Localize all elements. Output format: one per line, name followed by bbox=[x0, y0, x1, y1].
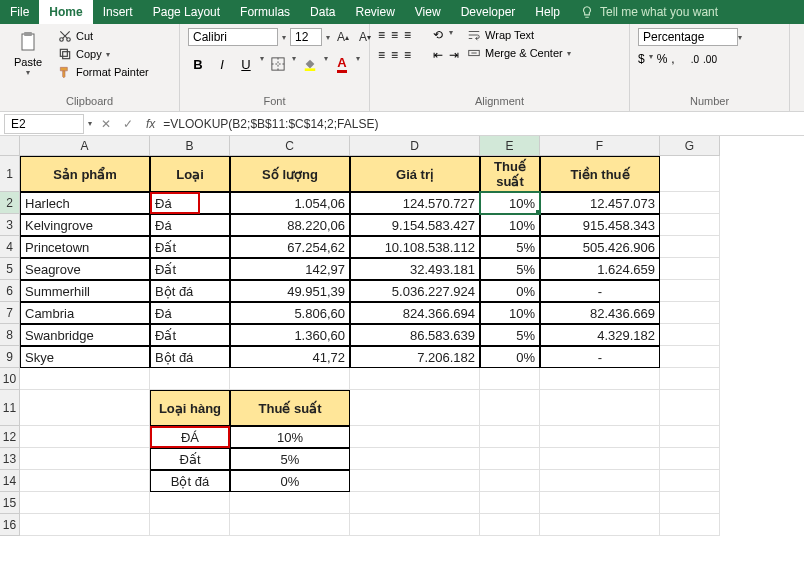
tell-me-search[interactable]: Tell me what you want bbox=[570, 5, 728, 19]
cell-F16[interactable] bbox=[540, 514, 660, 536]
wrap-text-button[interactable]: Wrap Text bbox=[467, 28, 571, 42]
cell-D11[interactable] bbox=[350, 390, 480, 426]
row-header-5[interactable]: 5 bbox=[0, 258, 20, 280]
row-header-6[interactable]: 6 bbox=[0, 280, 20, 302]
cell-D4[interactable]: 10.108.538.112 bbox=[350, 236, 480, 258]
paste-button[interactable]: Paste ▾ bbox=[8, 28, 48, 77]
cell-G11[interactable] bbox=[660, 390, 720, 426]
cell-B14[interactable]: Bột đá bbox=[150, 470, 230, 492]
cell-C13[interactable]: 5% bbox=[230, 448, 350, 470]
bold-button[interactable]: B bbox=[188, 54, 208, 74]
cell-G10[interactable] bbox=[660, 368, 720, 390]
cell-E15[interactable] bbox=[480, 492, 540, 514]
cell-D8[interactable]: 86.583.639 bbox=[350, 324, 480, 346]
cell-E3[interactable]: 10% bbox=[480, 214, 540, 236]
row-header-1[interactable]: 1 bbox=[0, 156, 20, 192]
col-header-B[interactable]: B bbox=[150, 136, 230, 156]
row-header-13[interactable]: 13 bbox=[0, 448, 20, 470]
align-left-button[interactable]: ≡ bbox=[378, 48, 385, 62]
col-header-C[interactable]: C bbox=[230, 136, 350, 156]
orientation-button[interactable]: ⟲ bbox=[433, 28, 443, 42]
cell-G7[interactable] bbox=[660, 302, 720, 324]
cell-D1[interactable]: Giá trị bbox=[350, 156, 480, 192]
align-center-button[interactable]: ≡ bbox=[391, 48, 398, 62]
italic-button[interactable]: I bbox=[212, 54, 232, 74]
row-header-2[interactable]: 2 bbox=[0, 192, 20, 214]
row-header-11[interactable]: 11 bbox=[0, 390, 20, 426]
cell-E13[interactable] bbox=[480, 448, 540, 470]
accept-formula-button[interactable]: ✓ bbox=[118, 115, 138, 133]
tab-insert[interactable]: Insert bbox=[93, 0, 143, 24]
cell-B13[interactable]: Đất bbox=[150, 448, 230, 470]
underline-button[interactable]: U bbox=[236, 54, 256, 74]
cell-A1[interactable]: Sản phẩm bbox=[20, 156, 150, 192]
cell-A11[interactable] bbox=[20, 390, 150, 426]
cell-A2[interactable]: Harlech bbox=[20, 192, 150, 214]
cell-B16[interactable] bbox=[150, 514, 230, 536]
cell-D6[interactable]: 5.036.227.924 bbox=[350, 280, 480, 302]
col-header-A[interactable]: A bbox=[20, 136, 150, 156]
row-header-15[interactable]: 15 bbox=[0, 492, 20, 514]
formula-input[interactable]: =VLOOKUP(B2;$B$11:$C$14;2;FALSE) bbox=[159, 115, 804, 133]
cell-D2[interactable]: 124.570.727 bbox=[350, 192, 480, 214]
font-color-button[interactable]: A bbox=[332, 54, 352, 74]
row-header-3[interactable]: 3 bbox=[0, 214, 20, 236]
cell-C12[interactable]: 10% bbox=[230, 426, 350, 448]
font-name-select[interactable]: Calibri bbox=[188, 28, 278, 46]
fill-color-button[interactable] bbox=[300, 54, 320, 74]
col-header-F[interactable]: F bbox=[540, 136, 660, 156]
cell-C9[interactable]: 41,72 bbox=[230, 346, 350, 368]
cell-E1[interactable]: Thuế suất bbox=[480, 156, 540, 192]
align-bottom-button[interactable]: ≡ bbox=[404, 28, 411, 42]
cell-E10[interactable] bbox=[480, 368, 540, 390]
format-painter-button[interactable]: Format Painter bbox=[56, 64, 151, 80]
cell-F7[interactable]: 82.436.669 bbox=[540, 302, 660, 324]
cell-F2[interactable]: 12.457.073 bbox=[540, 192, 660, 214]
cell-B8[interactable]: Đất bbox=[150, 324, 230, 346]
cell-A4[interactable]: Princetown bbox=[20, 236, 150, 258]
cell-A13[interactable] bbox=[20, 448, 150, 470]
cell-C4[interactable]: 67.254,62 bbox=[230, 236, 350, 258]
cell-E14[interactable] bbox=[480, 470, 540, 492]
cell-C8[interactable]: 1.360,60 bbox=[230, 324, 350, 346]
tab-page-layout[interactable]: Page Layout bbox=[143, 0, 230, 24]
merge-center-button[interactable]: Merge & Center ▾ bbox=[467, 46, 571, 60]
cell-B9[interactable]: Bột đá bbox=[150, 346, 230, 368]
row-header-4[interactable]: 4 bbox=[0, 236, 20, 258]
select-all-corner[interactable] bbox=[0, 136, 20, 156]
tab-developer[interactable]: Developer bbox=[451, 0, 526, 24]
cell-F13[interactable] bbox=[540, 448, 660, 470]
cell-E2[interactable]: 10% bbox=[480, 192, 540, 214]
cell-F12[interactable] bbox=[540, 426, 660, 448]
cell-G6[interactable] bbox=[660, 280, 720, 302]
cancel-formula-button[interactable]: ✕ bbox=[96, 115, 116, 133]
tab-review[interactable]: Review bbox=[345, 0, 404, 24]
cell-E6[interactable]: 0% bbox=[480, 280, 540, 302]
cell-F14[interactable] bbox=[540, 470, 660, 492]
tab-formulas[interactable]: Formulas bbox=[230, 0, 300, 24]
increase-font-button[interactable]: A▴ bbox=[334, 28, 352, 46]
cell-G1[interactable] bbox=[660, 156, 720, 192]
cell-C15[interactable] bbox=[230, 492, 350, 514]
cell-D14[interactable] bbox=[350, 470, 480, 492]
cell-G8[interactable] bbox=[660, 324, 720, 346]
name-box[interactable]: E2 bbox=[4, 114, 84, 134]
decrease-decimal-button[interactable]: .00 bbox=[703, 52, 717, 66]
cell-F3[interactable]: 915.458.343 bbox=[540, 214, 660, 236]
cell-C14[interactable]: 0% bbox=[230, 470, 350, 492]
cell-E16[interactable] bbox=[480, 514, 540, 536]
cell-A14[interactable] bbox=[20, 470, 150, 492]
number-format-select[interactable]: Percentage bbox=[638, 28, 738, 46]
cell-A12[interactable] bbox=[20, 426, 150, 448]
cell-A15[interactable] bbox=[20, 492, 150, 514]
cell-B15[interactable] bbox=[150, 492, 230, 514]
cell-A7[interactable]: Cambria bbox=[20, 302, 150, 324]
cell-G5[interactable] bbox=[660, 258, 720, 280]
cell-B3[interactable]: Đá bbox=[150, 214, 230, 236]
fx-icon[interactable]: fx bbox=[142, 117, 159, 131]
font-size-select[interactable]: 12 bbox=[290, 28, 322, 46]
decrease-indent-button[interactable]: ⇤ bbox=[433, 48, 443, 62]
cell-D10[interactable] bbox=[350, 368, 480, 390]
cell-A10[interactable] bbox=[20, 368, 150, 390]
col-header-D[interactable]: D bbox=[350, 136, 480, 156]
